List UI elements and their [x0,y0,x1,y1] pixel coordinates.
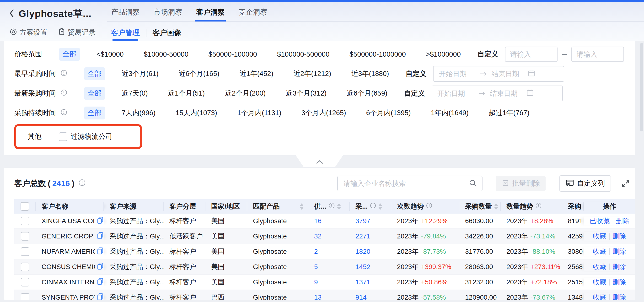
duration-option[interactable]: 3个月内(1265) [298,106,350,120]
latest-option[interactable]: 近1个月(51) [164,87,208,100]
records-count-link[interactable]: 2271 [356,232,370,240]
main-tab[interactable]: 客户洞察 [196,8,225,17]
delete-link[interactable]: 删除 [616,216,630,226]
suppliers-count-link[interactable]: 32 [314,232,322,240]
price-option[interactable]: >$1000000 [422,49,464,60]
delete-link[interactable]: 删除 [613,278,626,287]
earliest-option[interactable]: 近1年(452) [236,68,277,80]
sort-icon[interactable] [378,203,382,210]
subtab-customer-profile[interactable]: 客户画像 [153,28,181,37]
batch-delete-button[interactable]: 批量删除 [496,176,546,191]
back-title[interactable]: Glyphosate草... [8,7,92,20]
latest-option[interactable]: 全部 [84,87,105,100]
earliest-start-date-input[interactable] [438,70,480,78]
info-icon[interactable] [370,202,376,210]
latest-option[interactable]: 近3个月(312) [282,87,330,100]
filter-logistics-checkbox[interactable] [59,132,67,141]
price-option[interactable]: $50000-100000 [205,49,260,60]
sort-icon[interactable] [494,203,498,210]
back-chevron-icon[interactable] [8,8,15,20]
copy-icon[interactable] [97,278,104,287]
duration-option[interactable]: 7天内(996) [118,106,159,120]
delete-link[interactable]: 删除 [613,262,626,272]
price-option[interactable]: 全部 [59,48,80,61]
latest-option[interactable]: 近6个月(659) [343,87,391,100]
copy-icon[interactable] [97,216,104,226]
records-count-link[interactable]: 914 [356,294,367,300]
fullscreen-expand-icon[interactable] [621,179,630,188]
row-checkbox[interactable] [21,247,30,256]
earliest-date-range-picker[interactable] [433,66,564,82]
duration-option[interactable]: 15天内(1073) [172,106,220,120]
copy-icon[interactable] [97,293,104,300]
earliest-option[interactable]: 近2年(1212) [290,68,334,80]
row-checkbox[interactable] [21,293,30,300]
earliest-option[interactable]: 近6个月(165) [175,68,223,80]
main-tab[interactable]: 产品洞察 [111,8,140,17]
latest-date-range-picker[interactable] [432,86,563,101]
info-icon[interactable] [78,179,86,188]
records-count-link[interactable]: 1452 [356,263,370,271]
sort-icon[interactable] [337,203,341,210]
favorite-link[interactable]: 收藏 [593,262,606,272]
trade-records-button[interactable]: 贸易记录 [58,28,96,37]
price-option[interactable]: $500000-1000000 [346,49,409,60]
customer-count[interactable]: 2416 [52,179,70,188]
info-icon[interactable] [61,89,67,98]
records-count-link[interactable]: 1820 [356,248,370,256]
favorite-link[interactable]: 收藏 [593,232,606,241]
copy-icon[interactable] [97,262,104,272]
records-count-link[interactable]: 1371 [356,278,370,286]
duration-option[interactable]: 超过1年(767) [486,106,533,120]
main-tab[interactable]: 市场洞察 [154,8,182,17]
info-icon[interactable] [61,70,67,78]
suppliers-count-link[interactable]: 2 [314,248,318,256]
vertical-scrollbar[interactable] [640,43,643,132]
favorite-link[interactable]: 收藏 [593,293,606,300]
price-option[interactable]: $10000-50000 [140,49,192,60]
row-checkbox[interactable] [21,262,30,271]
suppliers-count-link[interactable]: 13 [314,294,322,300]
price-max-input[interactable] [572,46,624,62]
row-checkbox[interactable] [21,232,30,240]
suppliers-count-link[interactable]: 5 [314,263,318,271]
collapse-chevron-icon[interactable] [315,160,324,165]
row-checkbox[interactable] [21,217,30,225]
search-icon[interactable] [469,179,477,188]
company-search-input[interactable] [343,180,469,188]
records-count-link[interactable]: 3797 [356,217,370,225]
favorite-link[interactable]: 收藏 [593,247,606,256]
select-all-checkbox[interactable] [20,202,29,211]
duration-option[interactable]: 全部 [84,106,105,120]
earliest-end-date-input[interactable] [491,70,528,78]
info-icon[interactable] [61,109,67,117]
latest-option[interactable]: 近7天(0) [118,87,151,100]
earliest-option[interactable]: 近3个月(61) [118,68,162,80]
earliest-option[interactable]: 全部 [84,68,105,80]
info-icon[interactable] [426,202,432,210]
delete-link[interactable]: 删除 [613,247,626,256]
customize-columns-button[interactable]: 自定义列 [560,175,611,192]
latest-start-date-input[interactable] [437,89,478,98]
earliest-option[interactable]: 近3年(1880) [348,68,392,80]
copy-icon[interactable] [97,247,104,256]
delete-link[interactable]: 删除 [613,232,626,241]
subtab-customer-management[interactable]: 客户管理 [111,28,140,37]
price-option[interactable]: <$10000 [93,49,127,60]
latest-end-date-input[interactable] [490,89,526,98]
row-checkbox[interactable] [21,278,30,286]
suppliers-count-link[interactable]: 9 [314,278,318,286]
duration-option[interactable]: 1个月内(1131) [234,106,285,120]
delete-link[interactable]: 删除 [613,293,626,300]
main-tab[interactable]: 竞企洞察 [239,8,267,17]
company-search-box[interactable] [337,176,482,192]
info-icon[interactable] [536,202,542,210]
duration-option[interactable]: 6个月内(1395) [363,106,414,120]
copy-icon[interactable] [97,232,104,241]
price-option[interactable]: $100000-500000 [274,49,333,60]
sort-icon[interactable] [300,203,304,210]
favorite-link[interactable]: 已收藏 [590,216,610,226]
price-min-input[interactable] [505,46,558,62]
favorite-link[interactable]: 收藏 [593,278,606,287]
info-icon[interactable] [329,202,335,210]
